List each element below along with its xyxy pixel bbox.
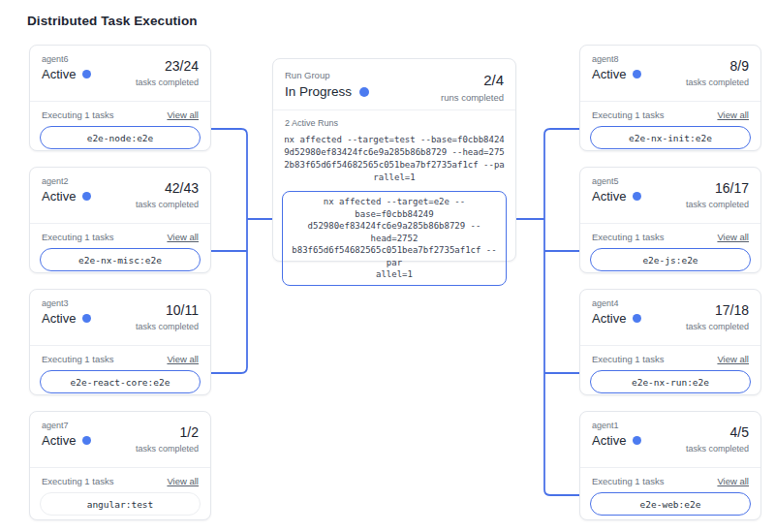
agent-card-agent2: agent2 Active 42/43 tasks completed Exec… — [29, 167, 211, 273]
agent-status: Active — [592, 311, 626, 326]
agent-card-header: agent1 Active 4/5 tasks completed — [580, 412, 760, 459]
agent-name: agent7 — [42, 421, 91, 430]
agent-card-header: agent3 Active 10/11 tasks completed — [30, 290, 210, 337]
agent-status: Active — [42, 433, 76, 448]
task-pill[interactable]: e2e-js:e2e — [590, 248, 751, 271]
tasks-count: 23/24 — [136, 58, 199, 74]
run-group-label: Run Group — [285, 70, 369, 80]
task-pill[interactable]: e2e-node:e2e — [40, 126, 201, 149]
tasks-count-label: tasks completed — [136, 200, 199, 209]
executing-label: Executing 1 tasks — [592, 476, 664, 486]
executing-label: Executing 1 tasks — [42, 476, 113, 486]
runs-count-label: runs completed — [441, 92, 504, 103]
task-pill[interactable]: e2e-nx-misc:e2e — [40, 248, 201, 271]
view-all-link[interactable]: View all — [167, 232, 199, 242]
tasks-count-label: tasks completed — [686, 200, 749, 209]
status-dot-icon — [82, 436, 91, 445]
tasks-count-label: tasks completed — [136, 322, 199, 331]
tasks-count-label: tasks completed — [686, 78, 749, 87]
agent-status: Active — [42, 67, 76, 81]
agent-name: agent4 — [592, 298, 641, 308]
tasks-count: 1/2 — [136, 424, 199, 440]
task-pill[interactable]: e2e-nx-run:e2e — [590, 370, 751, 393]
tasks-count-label: tasks completed — [136, 78, 199, 87]
agent-name: agent3 — [42, 298, 91, 308]
tasks-count: 16/17 — [686, 180, 749, 196]
status-dot-icon — [82, 314, 91, 323]
agent-card-agent3: agent3 Active 10/11 tasks completed Exec… — [29, 289, 211, 395]
task-pill[interactable]: e2e-react-core:e2e — [40, 370, 201, 393]
status-dot-icon — [633, 70, 641, 78]
agent-card-header: agent6 Active 23/24 tasks completed — [30, 46, 210, 93]
agent-card-header: agent2 Active 42/43 tasks completed — [30, 168, 210, 215]
page-title: Distributed Task Execution — [27, 14, 198, 28]
agent-status: Active — [592, 433, 626, 448]
executing-label: Executing 1 tasks — [592, 232, 664, 242]
executing-label: Executing 1 tasks — [592, 110, 664, 120]
status-dot-icon — [633, 314, 641, 323]
status-dot-icon — [82, 70, 91, 78]
view-all-link[interactable]: View all — [717, 354, 749, 364]
tasks-count: 10/11 — [136, 302, 199, 318]
executing-label: Executing 1 tasks — [42, 110, 113, 120]
task-pill[interactable]: e2e-web:e2e — [590, 492, 751, 516]
task-pill[interactable]: e2e-nx-init:e2e — [590, 126, 751, 149]
executing-label: Executing 1 tasks — [592, 354, 664, 364]
tasks-count-label: tasks completed — [686, 322, 749, 331]
agent-card-agent6: agent6 Active 23/24 tasks completed Exec… — [29, 45, 211, 151]
active-runs-label: 2 Active Runs — [285, 118, 507, 128]
executing-label: Executing 1 tasks — [42, 354, 113, 364]
view-all-link[interactable]: View all — [167, 476, 199, 486]
view-all-link[interactable]: View all — [717, 476, 749, 486]
agent-card-agent4: agent4 Active 17/18 tasks completed Exec… — [579, 289, 761, 395]
agent-name: agent8 — [592, 54, 641, 64]
tasks-count: 4/5 — [686, 424, 749, 440]
agent-status: Active — [592, 67, 626, 81]
run-command-test[interactable]: nx affected --target=test --base=f0cbb84… — [282, 134, 507, 184]
agent-card-agent8: agent8 Active 8/9 tasks completed Execut… — [579, 45, 761, 151]
agent-card-header: agent5 Active 16/17 tasks completed — [580, 168, 760, 215]
agent-card-header: agent7 Active 1/2 tasks completed — [30, 412, 210, 459]
agent-name: agent6 — [42, 54, 91, 64]
tasks-count-label: tasks completed — [136, 444, 199, 454]
run-command-e2e[interactable]: nx affected --target=e2e --base=f0cbb842… — [282, 191, 507, 286]
run-group-status: In Progress — [285, 84, 352, 99]
agent-name: agent1 — [592, 421, 641, 430]
agent-name: agent5 — [592, 176, 641, 186]
tasks-count: 42/43 — [136, 180, 199, 196]
status-dot-icon — [82, 192, 91, 201]
agent-card-header: agent4 Active 17/18 tasks completed — [580, 290, 760, 337]
agent-status: Active — [42, 311, 76, 326]
agent-card-agent1: agent1 Active 4/5 tasks completed Execut… — [579, 411, 761, 520]
agent-status: Active — [42, 189, 76, 203]
distributed-task-execution-view: Distributed Task Execution agent6 Active — [0, 0, 775, 532]
agent-name: agent2 — [42, 176, 91, 186]
view-all-link[interactable]: View all — [717, 232, 749, 242]
agent-card-agent5: agent5 Active 16/17 tasks completed Exec… — [579, 167, 761, 273]
tasks-count: 17/18 — [686, 302, 749, 318]
agent-status: Active — [592, 189, 626, 203]
run-group-panel: Run Group In Progress 2/4 runs completed… — [272, 58, 516, 262]
tasks-count-label: tasks completed — [686, 444, 749, 454]
task-pill[interactable]: angular:test — [40, 492, 201, 516]
tasks-count: 8/9 — [686, 58, 749, 74]
view-all-link[interactable]: View all — [167, 110, 199, 120]
status-dot-icon — [633, 436, 641, 445]
agent-card-agent7: agent7 Active 1/2 tasks completed Execut… — [29, 411, 211, 520]
view-all-link[interactable]: View all — [167, 354, 199, 364]
status-dot-icon — [633, 192, 641, 201]
runs-count: 2/4 — [441, 72, 504, 88]
executing-label: Executing 1 tasks — [42, 232, 113, 242]
status-dot-icon — [359, 87, 369, 97]
run-group-header: Run Group In Progress 2/4 runs completed — [273, 59, 515, 110]
view-all-link[interactable]: View all — [717, 110, 749, 120]
agent-card-header: agent8 Active 8/9 tasks completed — [580, 46, 760, 93]
